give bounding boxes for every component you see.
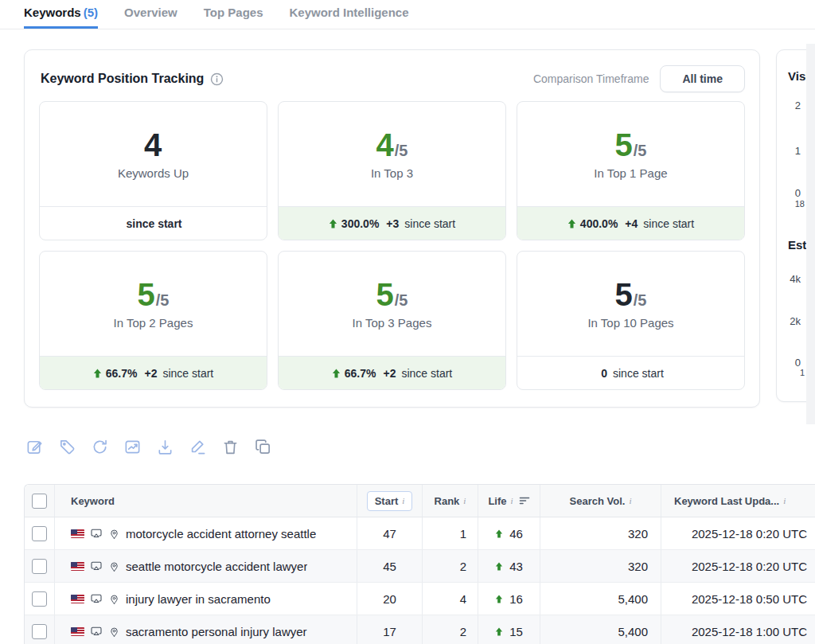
up-arrow-icon <box>567 219 576 228</box>
column-header-keyword[interactable]: Keyword <box>55 485 357 517</box>
visibility-ytick: 0 <box>783 187 801 199</box>
table-row[interactable]: injury lawyer in sacramento204165,400202… <box>25 582 815 615</box>
stat-value: 5 /5 <box>615 129 647 161</box>
column-header-start[interactable]: Start i <box>357 485 423 517</box>
stat-denominator: /5 <box>395 142 408 160</box>
search-volume-cell: 5,400 <box>540 583 661 615</box>
row-checkbox[interactable] <box>32 591 47 607</box>
life-cell: 46 <box>478 517 540 549</box>
stat-denominator: /5 <box>395 291 408 310</box>
start-cell: 17 <box>357 615 423 644</box>
start-cell: 47 <box>357 517 423 549</box>
row-select-cell <box>25 615 55 644</box>
us-flag-icon <box>71 595 84 603</box>
stat-card: 4 Keywords Up since start <box>39 101 267 240</box>
table-row[interactable]: motorcycle accident attorney seattle4714… <box>25 517 815 549</box>
timeframe-button[interactable]: All time <box>660 65 745 92</box>
rank-cell: 2 <box>423 615 478 644</box>
column-header-last-updated[interactable]: Keyword Last Upda... i <box>661 485 815 517</box>
select-all-checkbox[interactable] <box>32 494 47 509</box>
table-row[interactable]: sacramento personal injury lawyer172155,… <box>25 615 815 644</box>
select-all-cell <box>25 485 55 517</box>
tab-keyword-intelligence[interactable]: Keyword Intelligence <box>290 6 409 29</box>
visibility-ytick: 1 <box>783 145 801 157</box>
column-label: Search Vol. <box>570 495 626 507</box>
tab-top-pages[interactable]: Top Pages <box>204 6 263 29</box>
stat-value: 5 /5 <box>376 279 408 310</box>
location-pin-icon <box>108 560 120 572</box>
comparison-timeframe: Comparison Timeframe All time <box>533 65 745 92</box>
tab-keywords[interactable]: Keywords(5) <box>24 6 98 29</box>
footer-text: since start <box>404 217 455 230</box>
us-flag-icon <box>71 529 84 538</box>
location-pin-icon <box>108 528 120 540</box>
stat-footer: 66.7%+2since start <box>40 356 267 389</box>
keyword-position-tracking-card: Keyword Position Tracking Comparison Tim… <box>24 49 760 408</box>
table-body: motorcycle accident attorney seattle4714… <box>25 517 815 644</box>
row-checkbox[interactable] <box>32 559 47 574</box>
column-info-icon: i <box>511 496 513 505</box>
pen-icon[interactable] <box>187 436 208 457</box>
keyword-text[interactable]: motorcycle accident attorney seattle <box>126 527 316 541</box>
table-row[interactable]: seattle motorcycle accident lawyer452433… <box>25 549 815 582</box>
stat-main: 5 /5 In Top 3 Pages <box>279 252 505 356</box>
footer-text: since start <box>643 217 694 230</box>
sort-descending-icon[interactable] <box>519 496 530 505</box>
rank-cell: 2 <box>423 550 478 582</box>
delete-icon[interactable] <box>220 436 240 457</box>
footer-text: since start <box>613 367 664 380</box>
life-value: 43 <box>509 560 523 573</box>
stat-label: In Top 2 Pages <box>114 316 193 330</box>
column-info-icon: i <box>783 496 786 505</box>
stat-main: 4 /5 In Top 3 <box>279 102 505 206</box>
up-arrow-icon <box>332 369 341 378</box>
traffic-xtick: 1 <box>787 368 805 377</box>
change-percent: 300.0% <box>341 217 379 230</box>
column-header-life[interactable]: Life i <box>478 485 540 517</box>
desktop-device-icon <box>90 592 103 605</box>
change-percent: 66.7% <box>106 367 138 380</box>
up-arrow-icon <box>93 369 102 378</box>
keyword-text[interactable]: injury lawyer in sacramento <box>126 592 271 606</box>
download-icon[interactable] <box>154 436 175 457</box>
column-header-search-vol[interactable]: Search Vol. i <box>540 485 661 517</box>
keyword-text[interactable]: seattle motorcycle accident lawyer <box>126 560 307 573</box>
refresh-icon[interactable] <box>89 436 110 457</box>
start-column-highlight: Start i <box>367 491 413 511</box>
last-updated-cell: 2025-12-18 1:00 UTC <box>661 615 815 644</box>
change-percent: 400.0% <box>580 217 618 230</box>
keyword-text[interactable]: sacramento personal injury lawyer <box>126 625 307 638</box>
edit-icon[interactable] <box>24 436 45 457</box>
tab-bar: Keywords(5)OverviewTop PagesKeyword Inte… <box>0 0 815 29</box>
keywords-table: Keyword Start i Rank i Life i Search <box>24 484 815 644</box>
keyword-tracking-screen: Keywords(5)OverviewTop PagesKeyword Inte… <box>0 0 815 644</box>
tag-icon[interactable] <box>57 436 77 457</box>
search-volume-cell: 5,400 <box>540 615 661 644</box>
change-percent: 66.7% <box>345 367 376 380</box>
row-checkbox[interactable] <box>32 624 47 639</box>
life-cell: 16 <box>478 583 540 615</box>
desktop-device-icon <box>90 527 103 540</box>
stat-label: In Top 10 Pages <box>587 316 673 330</box>
last-updated-value: 2025-12-18 0:20 UTC <box>692 527 807 541</box>
us-flag-icon <box>71 562 84 571</box>
stat-denominator: /5 <box>634 291 647 310</box>
desktop-device-icon <box>90 560 103 572</box>
tab-overview[interactable]: Overview <box>124 6 177 29</box>
change-delta: +2 <box>144 367 157 380</box>
traffic-ytick: 0 <box>783 357 801 369</box>
last-updated-cell: 2025-12-18 0:20 UTC <box>661 517 815 549</box>
row-checkbox[interactable] <box>32 526 47 541</box>
stat-card: 5 /5 In Top 2 Pages 66.7%+2since start <box>39 251 267 390</box>
trend-chart-icon[interactable] <box>122 436 142 457</box>
stat-value: 5 /5 <box>615 279 647 310</box>
copy-icon[interactable] <box>252 436 273 457</box>
tab-count: (5) <box>84 6 98 19</box>
info-icon[interactable] <box>210 72 224 86</box>
column-header-rank[interactable]: Rank i <box>423 485 478 517</box>
up-arrow-icon <box>495 627 503 636</box>
stat-denominator: /5 <box>156 291 170 310</box>
stat-number: 4 <box>376 129 394 161</box>
location-pin-icon <box>108 593 120 605</box>
column-label: Rank <box>435 495 460 507</box>
